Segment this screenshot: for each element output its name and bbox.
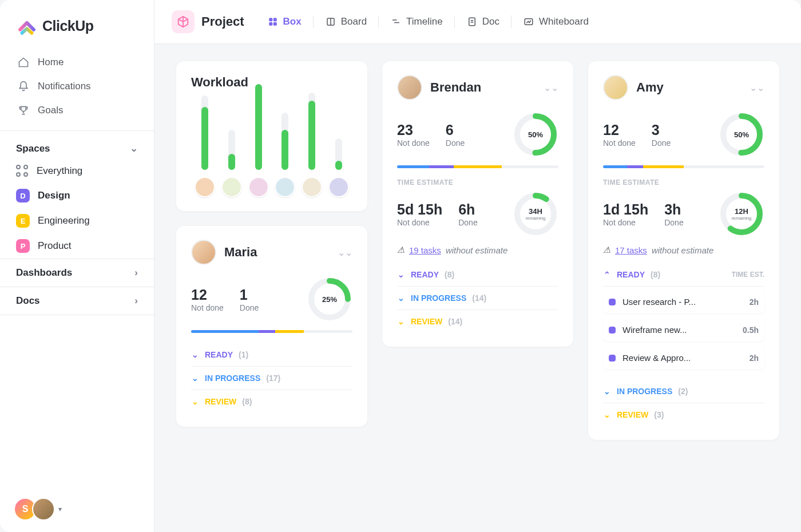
workload-chart [191, 100, 352, 197]
nav-home-label: Home [38, 57, 64, 68]
space-label: Design [38, 190, 70, 201]
status-label: READY [617, 270, 645, 279]
trophy-icon [17, 104, 30, 117]
space-item-engineering[interactable]: EEngineering [0, 208, 154, 233]
collapse-icon[interactable]: ⌄⌄ [338, 247, 352, 258]
time-estimate-label: TIME ESTIMATE [603, 178, 764, 186]
brand-name: ClickUp [42, 18, 94, 34]
grid-dots-icon [16, 165, 29, 177]
status-label: REVIEW [617, 410, 648, 419]
workload-title: Workload [191, 75, 352, 90]
collapse-icon[interactable]: ⌄⌄ [544, 82, 558, 93]
person-name: Amy [636, 80, 741, 95]
collapse-icon[interactable]: ⌄⌄ [750, 82, 764, 93]
bell-icon [17, 80, 30, 93]
task-estimate: 2h [750, 354, 759, 363]
workload-card: Workload [176, 61, 367, 211]
status-label: IN PROGRESS [411, 293, 466, 303]
status-group-review[interactable]: ⌄REVIEW(8) [191, 390, 352, 413]
stat-done: 1 [240, 287, 259, 303]
time-remaining-donut: 12Hremaining [719, 191, 764, 237]
status-group-in-progress[interactable]: ⌄IN PROGRESS(14) [397, 287, 558, 310]
view-tab-box[interactable]: Box [258, 13, 311, 31]
caret-down-icon: ▾ [58, 505, 62, 513]
space-badge: E [16, 214, 30, 228]
status-group-in-progress[interactable]: ⌄IN PROGRESS(17) [191, 367, 352, 390]
time-estimate-label: TIME ESTIMATE [397, 178, 558, 186]
workload-bar [195, 96, 215, 197]
project-title: Project [201, 14, 244, 29]
status-count: (1) [239, 350, 248, 359]
status-group-ready[interactable]: ⌃READY(8)TIME EST. [603, 263, 764, 287]
tasks-without-estimate-link[interactable]: 17 tasks [615, 245, 647, 255]
task-item[interactable]: Review & Appro...2h [603, 346, 764, 370]
status-group-review[interactable]: ⌄REVIEW(3) [603, 403, 764, 426]
progress-bar [397, 165, 558, 168]
warning-icon: ⚠ [603, 245, 610, 255]
space-everything[interactable]: Everything [0, 159, 154, 183]
caret-icon: ⌄ [397, 271, 405, 279]
main: Project BoxBoardTimelineDocWhiteboard Wo… [154, 0, 801, 532]
workload-bar [328, 138, 349, 197]
nav-notifications[interactable]: Notifications [9, 74, 145, 98]
nav-goals[interactable]: Goals [9, 98, 145, 122]
space-label: Engineering [38, 215, 90, 227]
workload-bar [221, 130, 242, 197]
task-estimate: 2h [750, 297, 759, 307]
nav-goals-label: Goals [38, 105, 63, 116]
view-tab-label: Whiteboard [539, 16, 589, 27]
view-tab-whiteboard[interactable]: Whiteboard [514, 13, 598, 31]
view-tab-doc[interactable]: Doc [457, 13, 509, 31]
task-item[interactable]: Wireframe new...0.5h [603, 318, 764, 342]
tasks-without-estimate-link[interactable]: 19 tasks [409, 245, 441, 255]
time-remaining-donut: 34Hremaining [513, 191, 558, 237]
status-count: (2) [678, 387, 688, 396]
logo[interactable]: ClickUp [0, 0, 154, 48]
avatar [302, 177, 322, 197]
caret-icon: ⌄ [603, 411, 611, 419]
status-group-ready[interactable]: ⌄READY(1) [191, 343, 352, 367]
link-docs[interactable]: Docs › [0, 287, 154, 315]
view-tab-label: Box [283, 16, 302, 27]
warning-icon: ⚠ [397, 245, 405, 255]
space-item-product[interactable]: PProduct [0, 233, 154, 259]
topbar: Project BoxBoardTimelineDocWhiteboard [154, 0, 801, 44]
chevron-right-icon: › [134, 295, 138, 307]
estimate-warning: ⚠ 17 tasks without estimate [603, 245, 764, 255]
view-tab-timeline[interactable]: Timeline [381, 13, 452, 31]
board-icon [325, 16, 336, 27]
view-tab-board[interactable]: Board [316, 13, 376, 31]
status-label: READY [411, 270, 439, 279]
caret-icon: ⌄ [191, 398, 199, 406]
avatar [248, 177, 269, 197]
estimate-warning: ⚠ 19 tasks without estimate [397, 245, 558, 255]
space-label: Product [38, 240, 72, 252]
spaces-header[interactable]: Spaces ⌄ [0, 134, 154, 159]
caret-icon: ⌄ [397, 317, 405, 325]
task-name: User research - P... [622, 297, 743, 307]
status-group-review[interactable]: ⌄REVIEW(14) [397, 310, 558, 333]
status-group-ready[interactable]: ⌄READY(8) [397, 263, 558, 287]
avatar [275, 177, 295, 197]
status-count: (14) [472, 293, 486, 303]
status-count: (8) [651, 270, 660, 279]
space-item-design[interactable]: DDesign [0, 183, 154, 208]
progress-donut: 25% [307, 276, 352, 322]
svg-rect-2 [269, 22, 272, 26]
link-dashboards[interactable]: Dashboards › [0, 259, 154, 287]
nav-home[interactable]: Home [9, 50, 145, 74]
status-group-in-progress[interactable]: ⌄IN PROGRESS(2) [603, 380, 764, 403]
task-item[interactable]: User research - P...2h [603, 290, 764, 313]
task-estimate: 0.5h [743, 325, 759, 335]
task-status-dot [609, 299, 616, 305]
status-label: IN PROGRESS [205, 374, 260, 383]
person-name: Brendan [430, 80, 536, 95]
progress-bar [603, 165, 764, 168]
caret-icon: ⌃ [603, 271, 611, 279]
status-count: (3) [654, 410, 664, 419]
stat-notdone: 12 [191, 287, 224, 303]
user-avatar-cluster[interactable]: S ▾ [14, 498, 62, 521]
link-docs-label: Docs [16, 295, 40, 307]
avatar [191, 240, 216, 265]
svg-rect-1 [273, 18, 276, 21]
